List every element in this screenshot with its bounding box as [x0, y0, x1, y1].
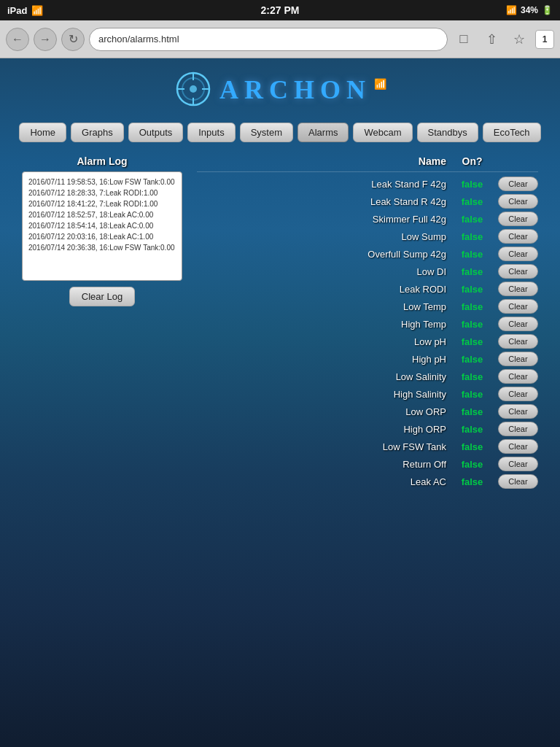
nav-alarms[interactable]: Alarms: [298, 123, 349, 142]
clear-alarm-button[interactable]: Clear: [498, 212, 538, 226]
clear-alarm-button[interactable]: Clear: [498, 194, 538, 209]
device-label: iPad: [7, 5, 27, 16]
alarm-status: false: [452, 284, 492, 295]
clear-alarm-button[interactable]: Clear: [498, 229, 538, 244]
logo-wifi-icon: 📶: [374, 78, 386, 90]
clear-alarm-button[interactable]: Clear: [498, 247, 538, 261]
alarm-name: High pH: [197, 354, 446, 365]
log-entry: 2016/07/12 18:41:22, 7:Leak RODI:1.00: [28, 198, 176, 209]
alarm-status: false: [452, 231, 492, 242]
alarm-name: Low Salinity: [197, 371, 446, 382]
alarm-row: High ORPfalseClear: [197, 420, 538, 438]
archon-logo-icon: [174, 69, 214, 109]
alarm-name: Low Sump: [197, 231, 446, 242]
alarm-name: Leak RODI: [197, 284, 446, 295]
clear-alarm-button[interactable]: Clear: [498, 404, 538, 419]
nav-bar: Home Graphs Outputs Inputs System Alarms…: [0, 117, 560, 148]
alarm-status: false: [452, 196, 492, 207]
clear-alarm-button[interactable]: Clear: [498, 439, 538, 454]
nav-inputs[interactable]: Inputs: [187, 123, 235, 142]
nav-home[interactable]: Home: [19, 123, 66, 142]
log-entry: 2016/07/12 18:52:57, 18:Leak AC:0.00: [28, 209, 176, 220]
clear-alarm-button[interactable]: Clear: [498, 299, 538, 314]
alarm-name: Overfull Sump 42g: [197, 249, 446, 260]
wifi-icon: 📶: [31, 5, 43, 16]
alarm-row: Leak Stand F 42gfalseClear: [197, 175, 538, 193]
alarm-name: Leak AC: [197, 476, 446, 487]
alarm-status: false: [452, 249, 492, 260]
alarm-status: false: [452, 319, 492, 330]
alarm-row: High SalinityfalseClear: [197, 385, 538, 403]
nav-standbys[interactable]: Standbys: [417, 123, 478, 142]
clear-alarm-button[interactable]: Clear: [498, 422, 538, 436]
alarm-status: false: [452, 441, 492, 452]
alarm-row: Low DIfalseClear: [197, 263, 538, 280]
alarm-log-section: Alarm Log 2016/07/11 19:58:53, 16:Low FS…: [22, 155, 182, 490]
alarm-log-title: Alarm Log: [22, 155, 182, 167]
alarm-status: false: [452, 389, 492, 400]
reload-button[interactable]: ↻: [61, 28, 85, 51]
tab-count[interactable]: 1: [535, 30, 554, 49]
log-entry: 2016/07/14 20:36:38, 16:Low FSW Tank:0.0…: [28, 242, 176, 253]
alarm-row: High pHfalseClear: [197, 350, 538, 368]
alarm-status: false: [452, 371, 492, 382]
alarm-status: false: [452, 459, 492, 470]
alarm-name: Leak Stand F 42g: [197, 179, 446, 190]
alarm-status: false: [452, 424, 492, 435]
clear-alarm-button[interactable]: Clear: [498, 334, 538, 349]
alarm-log-box: 2016/07/11 19:58:53, 16:Low FSW Tank:0.0…: [22, 171, 182, 281]
upload-button[interactable]: ⇧: [480, 28, 503, 51]
clear-alarm-button[interactable]: Clear: [498, 474, 538, 489]
alarm-name: High ORP: [197, 424, 446, 435]
bluetooth-icon: 📶: [506, 5, 517, 15]
back-button[interactable]: ←: [6, 28, 29, 51]
clear-alarm-button[interactable]: Clear: [498, 387, 538, 401]
alarm-name: Low DI: [197, 266, 446, 277]
clear-alarm-button[interactable]: Clear: [498, 352, 538, 366]
log-entry: 2016/07/12 20:03:16, 18:Leak AC:1.00: [28, 231, 176, 242]
alarm-row: Return OfffalseClear: [197, 455, 538, 473]
log-entry: 2016/07/12 18:54:14, 18:Leak AC:0.00: [28, 220, 176, 231]
address-bar[interactable]: archon/alarms.html: [89, 28, 448, 51]
clear-alarm-button[interactable]: Clear: [498, 317, 538, 331]
bookmark-button[interactable]: ☆: [508, 28, 531, 51]
clear-alarm-button[interactable]: Clear: [498, 457, 538, 471]
col-action-header: [498, 155, 538, 167]
alarms-header: Name On?: [197, 155, 538, 172]
col-on-header: On?: [452, 155, 492, 167]
alarm-status: false: [452, 214, 492, 225]
alarms-list: Leak Stand F 42gfalseClearLeak Stand R 4…: [197, 175, 538, 490]
share-button[interactable]: □: [452, 28, 475, 51]
browser-bar: ← → ↻ archon/alarms.html □ ⇧ ☆ 1: [0, 20, 560, 58]
alarm-row: Skimmer Full 42gfalseClear: [197, 210, 538, 228]
nav-ecotech[interactable]: EcoTech: [483, 123, 541, 142]
main-content: ARCHON 📶 Home Graphs Outputs Inputs Syst…: [0, 58, 560, 747]
alarm-name: Leak Stand R 42g: [197, 196, 446, 207]
clear-log-button[interactable]: Clear Log: [69, 287, 135, 306]
clear-alarm-button[interactable]: Clear: [498, 264, 538, 279]
page-layout: Alarm Log 2016/07/11 19:58:53, 16:Low FS…: [0, 148, 560, 498]
nav-outputs[interactable]: Outputs: [128, 123, 184, 142]
alarm-name: Low Temp: [197, 301, 446, 312]
alarm-row: High TempfalseClear: [197, 315, 538, 333]
clear-alarm-button[interactable]: Clear: [498, 369, 538, 384]
alarm-row: Leak Stand R 42gfalseClear: [197, 193, 538, 210]
forward-button[interactable]: →: [34, 28, 57, 51]
alarm-row: Low SumpfalseClear: [197, 228, 538, 245]
alarm-row: Overfull Sump 42gfalseClear: [197, 245, 538, 263]
alarm-status: false: [452, 336, 492, 347]
col-name-header: Name: [197, 155, 446, 167]
nav-system[interactable]: System: [240, 123, 293, 142]
alarm-status: false: [452, 406, 492, 417]
logo-text: ARCHON: [219, 75, 371, 104]
clear-alarm-button[interactable]: Clear: [498, 177, 538, 191]
url-text: archon/alarms.html: [98, 34, 179, 44]
alarm-status: false: [452, 266, 492, 277]
alarm-row: Leak RODIfalseClear: [197, 280, 538, 298]
alarm-row: Low pHfalseClear: [197, 333, 538, 350]
nav-webcam[interactable]: Webcam: [353, 123, 412, 142]
logo-area: ARCHON 📶: [0, 58, 560, 117]
alarm-row: Leak ACfalseClear: [197, 473, 538, 490]
clear-alarm-button[interactable]: Clear: [498, 282, 538, 296]
nav-graphs[interactable]: Graphs: [71, 123, 124, 142]
